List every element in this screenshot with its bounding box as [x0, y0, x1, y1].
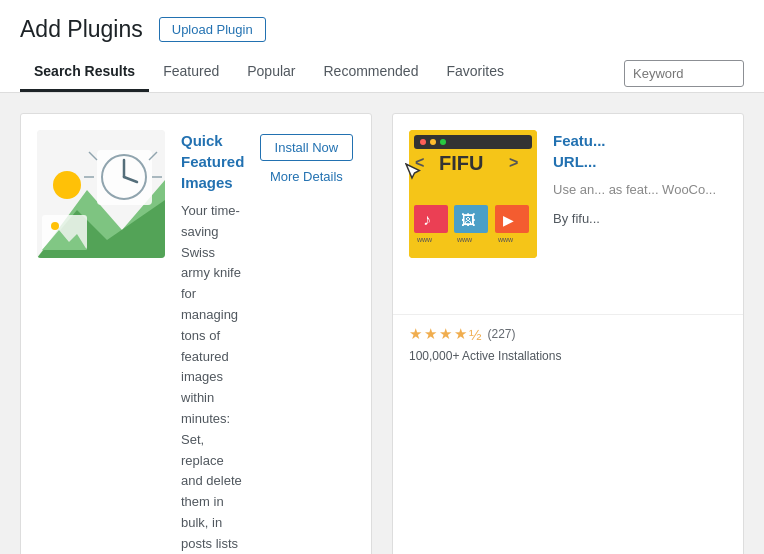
title-row: Add Plugins Upload Plugin	[20, 16, 744, 43]
fifu-card-footer: ★ ★ ★ ★ ½ (227) 100,000+ Active Installa…	[393, 314, 743, 373]
svg-text:www: www	[497, 236, 514, 243]
plugin-icon	[37, 130, 165, 258]
svg-point-17	[420, 139, 426, 145]
content-area: Quick Featured Images Your time-saving S…	[0, 93, 764, 554]
svg-text:🖼: 🖼	[461, 212, 475, 228]
tab-featured[interactable]: Featured	[149, 55, 233, 92]
fifu-footer-left: ★ ★ ★ ★ ½ (227) 100,000+ Active Installa…	[409, 325, 561, 363]
plugin-grid-row1: Quick Featured Images Your time-saving S…	[20, 113, 744, 554]
keyword-search-wrapper	[624, 60, 744, 87]
svg-rect-23	[414, 205, 448, 233]
svg-point-19	[440, 139, 446, 145]
keyword-search-input[interactable]	[624, 60, 744, 87]
svg-point-18	[430, 139, 436, 145]
plugin-name: Quick Featured Images	[181, 130, 244, 193]
fifu-plugin-info: Featu...URL... Use an... as feat... WooC…	[553, 130, 727, 298]
svg-text:>: >	[509, 154, 518, 171]
svg-text:www: www	[416, 236, 433, 243]
svg-text:♪: ♪	[423, 211, 431, 228]
fifu-installations: 100,000+ Active Installations	[409, 349, 561, 363]
svg-text:▶: ▶	[503, 212, 514, 228]
fifu-icon: < FIFU > ♪ 🖼 ▶ www www	[409, 130, 537, 258]
plugin-card-main: Quick Featured Images Your time-saving S…	[21, 114, 371, 554]
svg-point-13	[51, 222, 59, 230]
page-header: Add Plugins Upload Plugin Search Results…	[0, 0, 764, 93]
tab-favorites[interactable]: Favorites	[432, 55, 518, 92]
plugin-card-fifu: < FIFU > ♪ 🖼 ▶ www www	[392, 113, 744, 554]
tab-popular[interactable]: Popular	[233, 55, 309, 92]
more-details-link[interactable]: More Details	[270, 169, 343, 184]
plugin-description: Your time-saving Swiss army knife for ma…	[181, 201, 244, 554]
fifu-plugin-name: Featu...URL...	[553, 130, 727, 172]
plugin-card-main-fifu: < FIFU > ♪ 🖼 ▶ www www	[393, 114, 743, 314]
plugin-info-actions: Quick Featured Images Your time-saving S…	[181, 130, 356, 554]
svg-text:FIFU: FIFU	[439, 152, 483, 174]
fifu-rating-count: (227)	[488, 327, 516, 341]
upload-plugin-button[interactable]: Upload Plugin	[159, 17, 266, 42]
fifu-author: By fifu...	[553, 211, 727, 226]
plugin-info: Quick Featured Images Your time-saving S…	[181, 130, 244, 554]
svg-point-3	[53, 171, 81, 199]
fifu-star-rating: ★ ★ ★ ★ ½ (227)	[409, 325, 561, 343]
plugin-actions: Install Now More Details	[256, 130, 356, 554]
fifu-description: Use an... as feat... WooCo...	[553, 180, 727, 201]
plugin-nav-tabs: Search Results Featured Popular Recommen…	[20, 55, 518, 92]
tab-search-results[interactable]: Search Results	[20, 55, 149, 92]
tab-recommended[interactable]: Recommended	[309, 55, 432, 92]
install-now-button[interactable]: Install Now	[260, 134, 354, 161]
svg-text:<: <	[415, 154, 424, 171]
page-title: Add Plugins	[20, 16, 143, 43]
nav-bar: Search Results Featured Popular Recommen…	[20, 55, 744, 92]
plugin-card-quick-featured-images: Quick Featured Images Your time-saving S…	[20, 113, 372, 554]
svg-text:www: www	[456, 236, 473, 243]
